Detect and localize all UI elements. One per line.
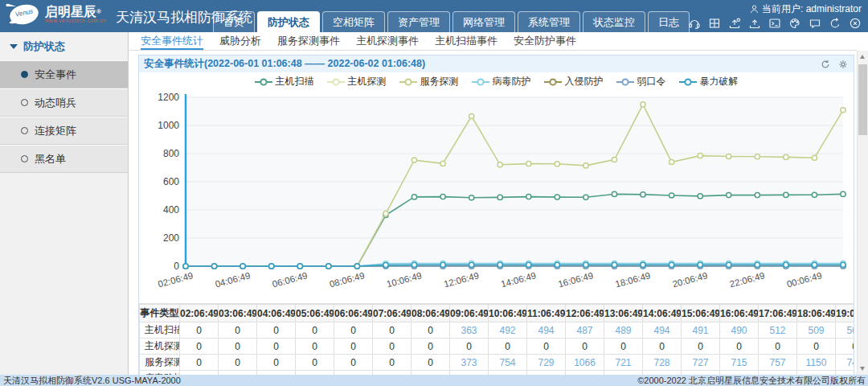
terminal-icon[interactable] [768, 17, 781, 30]
scroll-down-button[interactable] [858, 363, 868, 375]
subtab-0[interactable]: 安全事件统计 [141, 32, 203, 50]
table-cell[interactable]: 363 [450, 322, 489, 339]
table-col-header: 17:06:49 [759, 305, 797, 322]
legend-marker-icon [616, 78, 634, 86]
table-cell[interactable]: 1066 [566, 355, 604, 371]
legend-item-6[interactable]: 暴力破解 [679, 75, 739, 88]
nav-tab-7[interactable]: 日志 [648, 11, 690, 32]
nav-tab-2[interactable]: 空相矩阵 [322, 11, 385, 32]
nav-tab-1[interactable]: 防护状态 [257, 11, 320, 32]
svg-text:16:06:49: 16:06:49 [557, 270, 594, 289]
grid-icon[interactable] [708, 17, 721, 30]
message-icon[interactable] [809, 17, 821, 30]
bullet-icon [21, 127, 28, 134]
table-cell[interactable]: 509 [797, 322, 836, 339]
legend-item-5[interactable]: 弱口令 [616, 75, 666, 88]
top-header: Venus 启明星辰® www.venustech.com.cn 天清汉马拟相防… [0, 0, 868, 32]
table-cell[interactable]: 487 [566, 322, 604, 339]
nav-tab-0[interactable]: 首页 [213, 11, 255, 32]
table-cell: 0 [334, 355, 373, 371]
refresh-icon[interactable] [820, 59, 831, 70]
chart-legend: 主机扫描主机探测服务探测病毒防护入侵防护弱口令暴力破解 [139, 74, 854, 89]
table-cell: 0 [797, 339, 836, 355]
table-cell[interactable]: 727 [682, 355, 720, 371]
headset-icon[interactable] [688, 17, 701, 30]
sidebar: 防护状态 安全事件动态哨兵连接矩阵黑名单 [0, 32, 129, 375]
sidebar-item-3[interactable]: 黑名单 [0, 145, 128, 173]
table-col-header: 10:06:49 [489, 305, 527, 322]
table-cell[interactable]: 721 [604, 355, 643, 371]
scrollbar-thumb[interactable] [858, 64, 867, 135]
footer-bar: 天清汉马拟相防御系统V2.6 USG-MAYA-2000 ©2000-2022 … [0, 375, 868, 386]
legend-item-0[interactable]: 主机扫描 [255, 75, 314, 88]
table-cell[interactable]: 492 [489, 322, 527, 339]
main-nav: 首页防护状态空相矩阵资产管理网络管理系统管理状态监控日志 [213, 11, 690, 32]
table-cell: 0 [373, 322, 411, 339]
gear-icon[interactable] [837, 59, 849, 70]
svg-text:18:06:49: 18:06:49 [614, 270, 651, 289]
table-cell: 0 [604, 339, 643, 355]
bullet-icon [21, 155, 28, 162]
legend-label: 入侵防护 [565, 75, 604, 88]
table-cell[interactable]: 489 [604, 322, 643, 339]
scroll-up-button[interactable] [858, 51, 868, 63]
table-cell: 0 [257, 355, 296, 371]
svg-text:12:06:49: 12:06:49 [443, 270, 480, 289]
triangle-down-icon [10, 44, 18, 49]
subtab-5[interactable]: 安全防护事件 [514, 32, 576, 50]
table-cell: 0 [720, 339, 759, 355]
table-row: 主机探测000000000000000000 [140, 339, 854, 355]
table-cell[interactable]: 373 [450, 355, 489, 371]
legend-marker-icon [399, 78, 417, 86]
table-cell[interactable]: 512 [759, 322, 797, 339]
table-col-header: 11:06:49 [527, 305, 566, 322]
current-user: 当前用户: administrator [749, 2, 862, 16]
vertical-scrollbar[interactable] [857, 51, 868, 375]
table-cell[interactable]: 715 [720, 355, 759, 371]
subtab-2[interactable]: 服务探测事件 [277, 32, 340, 50]
nav-tab-6[interactable]: 状态监控 [583, 11, 645, 32]
table-cell[interactable]: 503 [836, 322, 854, 339]
publish-gear-icon[interactable] [728, 17, 741, 30]
nav-tab-5[interactable]: 系统管理 [518, 11, 580, 32]
panel-tools [820, 59, 849, 70]
table-cell[interactable]: 494 [527, 322, 566, 339]
undo-icon[interactable] [829, 17, 841, 30]
legend-item-2[interactable]: 服务探测 [399, 75, 459, 88]
table-row: 主机扫描000000036349249448748949449149051250… [140, 322, 854, 339]
sidebar-item-0[interactable]: 安全事件 [0, 60, 128, 88]
subtab-4[interactable]: 主机扫描事件 [435, 32, 497, 50]
table-cell: 0 [296, 322, 334, 339]
table-cell: 0 [296, 355, 334, 371]
subtab-3[interactable]: 主机探测事件 [356, 32, 419, 50]
table-cell[interactable]: 494 [643, 322, 682, 339]
nav-tab-4[interactable]: 网络管理 [452, 11, 515, 32]
legend-item-1[interactable]: 主机探测 [327, 75, 387, 88]
table-cell[interactable]: 729 [527, 355, 566, 371]
table-cell[interactable]: 757 [759, 355, 797, 371]
publish-icon[interactable] [748, 17, 761, 30]
sidebar-item-2[interactable]: 连接矩阵 [0, 117, 128, 145]
footer-copyright: ©2000-2022 北京启明星辰信息安全技术有限公司版权所有 [637, 375, 866, 386]
svg-text:04:06:49: 04:06:49 [214, 270, 251, 289]
legend-label: 主机探测 [348, 75, 387, 88]
table-cell: 0 [219, 322, 257, 339]
table-cell[interactable]: 491 [682, 322, 720, 339]
nav-tab-3[interactable]: 资产管理 [387, 11, 450, 32]
table-cell[interactable]: 728 [643, 355, 682, 371]
close-icon[interactable] [849, 17, 862, 30]
legend-item-4[interactable]: 入侵防护 [544, 75, 604, 88]
table-cell[interactable]: 490 [720, 322, 759, 339]
events-line-chart: 02004006008001000120002:06:4904:06:4906:… [139, 89, 853, 303]
table-cell[interactable]: 1150 [797, 355, 836, 371]
palette-icon[interactable] [788, 17, 801, 30]
svg-text:1200: 1200 [158, 92, 179, 103]
sidebar-item-1[interactable]: 动态哨兵 [0, 88, 128, 117]
sidebar-group-protection-status[interactable]: 防护状态 [0, 32, 128, 60]
legend-item-3[interactable]: 病毒防护 [472, 75, 531, 88]
table-cell[interactable]: 754 [489, 355, 527, 371]
subtab-1[interactable]: 威胁分析 [219, 32, 261, 50]
table-col-header: 事件类型 [140, 305, 180, 322]
svg-text:0: 0 [174, 261, 179, 272]
table-cell[interactable]: 743 [836, 355, 854, 371]
